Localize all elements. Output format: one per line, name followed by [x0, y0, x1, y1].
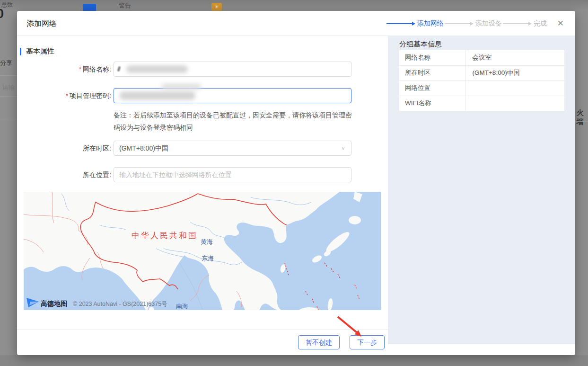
- orange-warning-icon: ☀: [211, 3, 222, 11]
- map-attribution: © 2023 AutoNavi - GS(2021)6375号: [73, 301, 167, 307]
- redacted-value: [117, 66, 121, 71]
- summary-panel-title: 分组基本信息: [399, 40, 442, 49]
- wizard-stepper: 添加网络 添加设备 完成: [386, 11, 548, 36]
- group-summary-panel: 分组基本信息 网络名称 会议室 所在时区 (GMT+8:00)中国 网络位置 W…: [388, 36, 575, 344]
- step-line: [503, 23, 528, 24]
- skip-create-button[interactable]: 暂不创建: [298, 335, 340, 349]
- step-line: [445, 23, 470, 24]
- step-arrow-icon: [470, 22, 474, 26]
- summary-row-label: WIFI名称: [399, 96, 465, 111]
- password-note: 备注：若后续添加至该项目的设备已被配置过，因安全需要，请你将该项目管理密 码设为…: [114, 109, 356, 134]
- step-add-network: 添加网络: [417, 19, 444, 28]
- location-label: 所在位置:: [17, 167, 111, 182]
- section-basic-properties: 基本属性: [20, 47, 54, 56]
- summary-row-label: 所在时区: [399, 65, 465, 80]
- bg-stat-value: 0: [0, 7, 4, 21]
- timezone-label: 所在时区:: [17, 141, 111, 156]
- blue-card-icon: [83, 4, 96, 11]
- bg-warning-label: 警告: [119, 1, 131, 10]
- section-accent-bar: [20, 48, 21, 55]
- network-name-label: *网络名称:: [17, 62, 111, 77]
- admin-password-input[interactable]: [114, 88, 351, 103]
- step-line-active: [386, 23, 412, 24]
- timezone-select[interactable]: (GMT+8:00)中国 ∨: [114, 141, 351, 156]
- footer-divider: [17, 329, 388, 330]
- location-input[interactable]: [114, 168, 351, 182]
- table-row: 网络名称 会议室: [399, 50, 564, 65]
- amap-logo-text: 高德地图: [41, 300, 67, 307]
- summary-row-label: 网络名称: [399, 50, 465, 65]
- table-row: WIFI名称: [399, 96, 564, 111]
- table-row: 所在时区 (GMT+8:00)中国: [399, 65, 564, 80]
- required-mark: *: [66, 92, 68, 99]
- map-east-sea-label: 东海: [202, 255, 214, 262]
- bg-share-fragment: 分享: [0, 59, 12, 67]
- next-step-button[interactable]: 下一步: [350, 335, 385, 349]
- required-mark: *: [79, 65, 81, 73]
- timezone-value: (GMT+8:00)中国: [114, 141, 341, 155]
- bg-divider: [0, 119, 17, 119]
- map-yellow-sea-label: 黄海: [201, 238, 213, 245]
- dimmed-overlay-bottom: [0, 355, 588, 366]
- summary-row-value: [465, 80, 564, 96]
- bg-input-fragment: 请输: [2, 83, 15, 92]
- location-field[interactable]: [114, 167, 351, 182]
- summary-row-label: 网络位置: [399, 80, 465, 96]
- map-south-sea-label: 南海: [176, 303, 188, 310]
- summary-table: 网络名称 会议室 所在时区 (GMT+8:00)中国 网络位置 WIFI名称: [399, 50, 564, 111]
- location-map[interactable]: 中华人民共和国 黄海 东海 南海 高德地图 © 2023 AutoNavi - …: [24, 192, 381, 310]
- bg-divider: [575, 121, 588, 122]
- redacted-value: [161, 84, 201, 89]
- bg-divider: [0, 96, 17, 97]
- add-network-dialog: 添加网络 添加网络 添加设备 完成 ✕ 基本属性 *网络名称: *项目管理密码:…: [17, 11, 575, 355]
- admin-password-label: *项目管理密码:: [17, 88, 111, 103]
- summary-row-value: [465, 96, 564, 111]
- close-icon[interactable]: ✕: [555, 11, 566, 36]
- chevron-down-icon: ∨: [341, 145, 351, 151]
- bg-divider: [0, 75, 17, 76]
- table-row: 网络位置: [399, 80, 564, 96]
- summary-row-value: 会议室: [465, 50, 564, 65]
- step-arrow-icon: [412, 22, 415, 26]
- redacted-value: [120, 91, 195, 100]
- dialog-header: 添加网络 添加网络 添加设备 完成 ✕: [17, 11, 575, 36]
- map-country-label: 中华人民共和国: [132, 231, 198, 240]
- bg-firewall-fragment: 火墙: [577, 108, 588, 126]
- step-finish: 完成: [534, 19, 547, 28]
- step-arrow-icon: [528, 22, 532, 26]
- summary-row-value: (GMT+8:00)中国: [465, 65, 564, 80]
- redacted-value: [126, 65, 188, 73]
- network-name-input[interactable]: [114, 62, 351, 77]
- step-add-device: 添加设备: [475, 19, 502, 28]
- dialog-title: 添加网络: [26, 11, 57, 36]
